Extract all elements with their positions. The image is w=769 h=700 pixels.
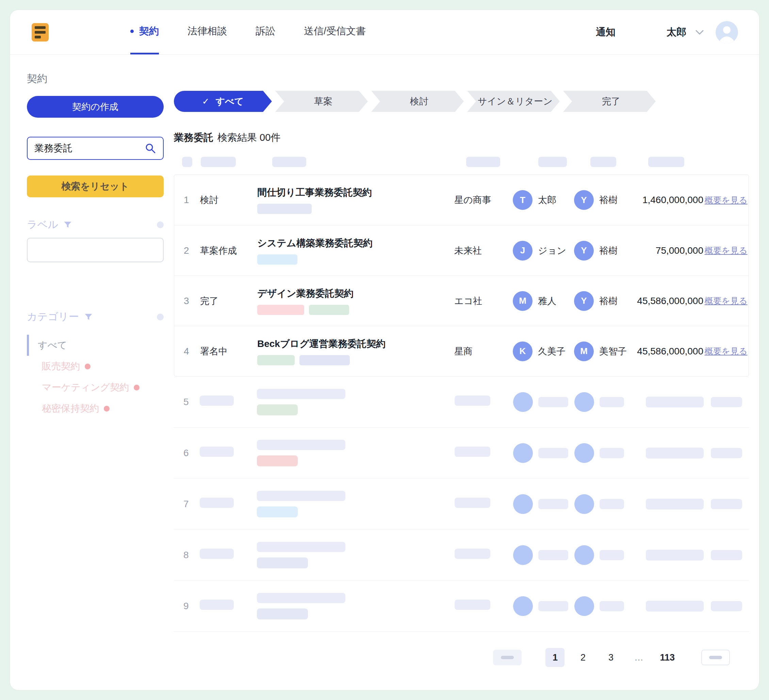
category-dot-icon — [104, 406, 109, 411]
contract-row[interactable]: 3 完了 デザイン業務委託契約 エコ社 M 雅人 — [174, 276, 748, 326]
name-placeholder — [538, 448, 568, 458]
sidebar: 契約 契約の作成 検索をリセット ラベル カテゴリー — [27, 70, 164, 667]
row-person-2: M 美智子 — [574, 342, 635, 361]
view-summary-link[interactable]: 概要を見る — [705, 194, 747, 206]
tag-placeholder — [257, 557, 308, 568]
person-name: 久美子 — [538, 345, 566, 358]
nav-tab-contracts[interactable]: 契約 — [130, 10, 159, 55]
status-placeholder — [200, 396, 234, 406]
filter-funnel-icon[interactable] — [84, 312, 93, 322]
contract-row[interactable]: 2 草案作成 システム構築業務委託契約 未来社 J ジョン Y 裕樹 — [174, 225, 748, 276]
row-company: 未来社 — [454, 244, 513, 257]
avatar-placeholder — [574, 443, 594, 463]
user-avatar[interactable] — [716, 21, 738, 43]
reset-search-button[interactable]: 検索をリセット — [27, 175, 164, 197]
category-item-all[interactable]: すべて — [27, 335, 164, 356]
step-draft[interactable]: 草案 — [275, 91, 368, 112]
step-review[interactable]: 検討 — [371, 91, 464, 112]
name-placeholder — [600, 499, 624, 509]
prev-dash-icon — [501, 656, 514, 659]
nav-tab-sent-received-documents[interactable]: 送信/受信文書 — [304, 10, 366, 55]
avatar-placeholder — [513, 545, 533, 565]
skeleton-row: 5 — [174, 377, 749, 427]
category-item-sales-contract[interactable]: 販売契約 — [27, 356, 164, 377]
logo-bar — [35, 26, 46, 29]
avatar-placeholder — [574, 596, 594, 616]
person-avatar: Y — [574, 190, 594, 210]
nav-tab-legal-consultation[interactable]: 法律相談 — [188, 10, 227, 55]
top-navbar: 契約 法律相談 訴訟 送信/受信文書 通知 太郎 — [10, 10, 759, 55]
step-sign-return[interactable]: サイン＆リターン — [467, 91, 560, 112]
person-avatar: M — [574, 342, 594, 361]
status-placeholder — [200, 600, 234, 610]
tag-placeholder — [257, 204, 312, 214]
name-placeholder — [600, 601, 624, 611]
search-icon[interactable] — [145, 143, 156, 154]
avatar-placeholder — [513, 392, 533, 412]
pagination-next-button[interactable] — [701, 650, 730, 665]
row-amount: 1,460,000,000 — [635, 194, 703, 206]
step-label: サイン＆リターン — [478, 95, 553, 108]
user-menu[interactable]: 太郎 — [666, 26, 704, 39]
tag-placeholder — [257, 305, 304, 315]
link-placeholder — [711, 499, 742, 509]
header-placeholder — [182, 157, 192, 167]
category-item-nda[interactable]: 秘密保持契約 — [27, 398, 164, 419]
create-contract-button[interactable]: 契約の作成 — [27, 96, 164, 118]
page-button-1[interactable]: 1 — [545, 648, 565, 667]
person-avatar: Y — [574, 241, 594, 260]
notifications-button[interactable]: 通知 — [596, 26, 616, 39]
contract-row[interactable]: 1 検討 間仕切り工事業務委託契約 星の商事 T 太郎 Y 裕樹 — [174, 175, 748, 225]
row-company: 星商 — [454, 345, 513, 358]
header-placeholder — [538, 157, 567, 167]
category-label: 秘密保持契約 — [42, 402, 99, 415]
contract-title: Beckブログ運営業務委託契約 — [257, 337, 449, 350]
name-placeholder — [538, 601, 568, 611]
link-placeholder — [711, 550, 742, 560]
company-placeholder — [455, 446, 490, 457]
avatar-placeholder — [574, 545, 594, 565]
header-placeholder — [648, 157, 684, 167]
page-button-113[interactable]: 113 — [657, 648, 677, 667]
row-amount: 45,586,000,000 — [635, 346, 703, 357]
avatar-placeholder — [513, 494, 533, 514]
search-input[interactable] — [34, 143, 145, 154]
link-placeholder — [711, 448, 742, 458]
category-filter-header: カテゴリー — [27, 310, 164, 324]
view-summary-link[interactable]: 概要を見る — [705, 245, 747, 256]
amount-placeholder — [646, 499, 704, 509]
step-complete[interactable]: 完了 — [563, 91, 656, 112]
tag-placeholder — [257, 355, 295, 365]
page-button-3[interactable]: 3 — [601, 648, 620, 667]
step-all[interactable]: ✓ すべて — [174, 91, 272, 112]
page-button-2[interactable]: 2 — [573, 648, 592, 667]
category-item-marketing-contract[interactable]: マーケティング契約 — [27, 377, 164, 398]
title-placeholder — [257, 389, 345, 399]
name-placeholder — [538, 499, 568, 509]
table-header-skeleton — [174, 157, 749, 167]
app-logo[interactable] — [32, 23, 49, 42]
nav-tab-litigation[interactable]: 訴訟 — [256, 10, 275, 55]
amount-placeholder — [646, 397, 704, 408]
category-label: すべて — [38, 339, 67, 352]
tag-placeholder — [257, 506, 298, 517]
person-icon — [716, 21, 738, 43]
label-filter-input[interactable] — [27, 238, 164, 262]
row-person-1: M 雅人 — [513, 291, 574, 311]
nav-tab-label: 契約 — [139, 24, 159, 38]
contract-row[interactable]: 4 署名中 Beckブログ運営業務委託契約 星商 K 久美子 — [174, 326, 748, 376]
status-placeholder — [200, 446, 234, 457]
next-dash-icon — [709, 656, 722, 659]
title-placeholder — [257, 542, 345, 552]
label-filter-dot-icon — [157, 222, 164, 228]
view-summary-link[interactable]: 概要を見る — [705, 345, 747, 357]
pagination-prev-button[interactable] — [493, 650, 521, 665]
view-summary-link[interactable]: 概要を見る — [705, 295, 747, 307]
status-placeholder — [200, 549, 234, 559]
step-label: 検討 — [410, 95, 428, 108]
navbar-right-group: 通知 太郎 — [596, 10, 738, 55]
filter-funnel-icon[interactable] — [63, 220, 72, 230]
header-placeholder — [590, 157, 616, 167]
row-status: 検討 — [200, 194, 257, 206]
main-panel: ✓ すべて 草案 検討 サイン＆リターン 完了 業務委託 検索 — [174, 70, 749, 667]
